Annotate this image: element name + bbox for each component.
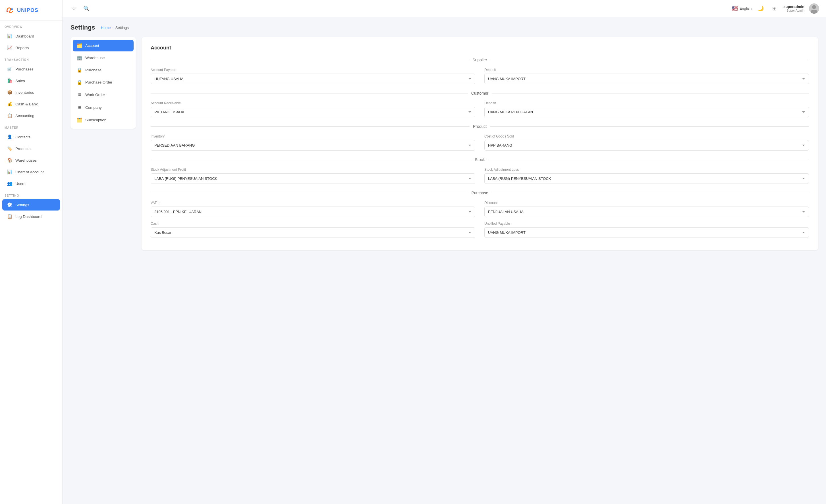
- sidebar-item-purchases[interactable]: 🛒 Purchases: [2, 63, 60, 75]
- section-label-overview: OVERVIEW: [0, 21, 62, 30]
- sidebar-item-label: Products: [15, 146, 31, 151]
- settings-nav-warehouse[interactable]: 🏢 Warehouse: [73, 52, 134, 64]
- sidebar-item-chart-of-account[interactable]: 📊 Chart of Account: [2, 166, 60, 178]
- account-payable-select[interactable]: HUTANG USAHA: [151, 74, 475, 84]
- sidebar-item-reports[interactable]: 📈 Reports: [2, 42, 60, 53]
- theme-toggle-button[interactable]: 🌙: [756, 4, 765, 13]
- log-dashboard-icon: 📋: [7, 214, 12, 219]
- sidebar-item-sales[interactable]: 🛍️ Sales: [2, 75, 60, 86]
- topbar: ☆ 🔍 🇺🇸 English 🌙 ⊞ superadmin Super Admi…: [63, 0, 826, 17]
- discount-label: Discount: [484, 201, 809, 205]
- page-content: Settings Home › Settings 🗂️ Account 🏢 Wa…: [63, 17, 826, 504]
- settings-nav: 🗂️ Account 🏢 Warehouse 🔒 Purchase 🔒 Purc…: [70, 37, 136, 129]
- sidebar-item-warehouses[interactable]: 🏠 Warehouses: [2, 154, 60, 166]
- sidebar-item-dashboard[interactable]: 📊 Dashboard: [2, 30, 60, 42]
- warehouse-nav-label: Warehouse: [85, 56, 105, 60]
- svg-point-1: [7, 10, 8, 12]
- divider-line-left-4: [151, 160, 472, 160]
- user-info: superadmin Super Admin: [783, 5, 805, 12]
- avatar[interactable]: [809, 3, 819, 14]
- products-icon: 🏷️: [7, 146, 12, 151]
- sidebar-item-contacts[interactable]: 👤 Contacts: [2, 131, 60, 143]
- divider-line-left-2: [151, 93, 468, 93]
- divider-line-right: [490, 60, 809, 60]
- supplier-deposit-select[interactable]: UANG MUKA IMPORT: [484, 74, 809, 84]
- search-button[interactable]: 🔍: [82, 4, 91, 13]
- supplier-deposit-label: Deposit: [484, 68, 809, 72]
- settings-nav-company[interactable]: ≡ Company: [73, 102, 134, 114]
- supplier-label: Supplier: [472, 58, 487, 62]
- accounting-icon: 📋: [7, 113, 12, 119]
- supplier-divider: Supplier: [151, 58, 809, 62]
- settings-nav-purchase-order[interactable]: 🔒 Purchase Order: [73, 76, 134, 88]
- stock-adj-profit-select[interactable]: LABA (RUGI) PENYESUAIAN STOCK: [151, 173, 475, 184]
- stock-label: Stock: [475, 158, 485, 162]
- language-button[interactable]: 🇺🇸 English: [731, 5, 752, 12]
- sidebar-item-cash-bank[interactable]: 💰 Cash & Bank: [2, 98, 60, 110]
- sidebar-item-label: Warehouses: [15, 158, 37, 163]
- cash-label: Cash: [151, 222, 475, 226]
- sidebar-item-label: Log Dashboard: [15, 214, 42, 219]
- account-nav-label: Account: [85, 44, 99, 48]
- unbilled-payable-label: Unbilled Payable: [484, 222, 809, 226]
- settings-icon: ⚙️: [7, 202, 12, 208]
- customer-deposit-group: Deposit UANG MUKA PENJUALAN: [484, 101, 809, 117]
- account-section-title: Account: [151, 45, 809, 51]
- layout-button[interactable]: ⊞: [770, 4, 779, 13]
- account-receivable-select[interactable]: PIUTANG USAHA: [151, 107, 475, 117]
- sidebar-item-log-dashboard[interactable]: 📋 Log Dashboard: [2, 211, 60, 222]
- product-form-row: Inventory PERSEDIAAN BARANG Cost of Good…: [151, 134, 809, 150]
- sidebar-item-label: Settings: [15, 203, 29, 207]
- warehouse-nav-icon: 🏢: [77, 55, 82, 61]
- inventory-label: Inventory: [151, 134, 475, 138]
- account-nav-icon: 🗂️: [77, 43, 82, 48]
- customer-divider: Customer: [151, 91, 809, 96]
- stock-adj-loss-select[interactable]: LABA (RUGI) PENYESUAIAN STOCK: [484, 173, 809, 184]
- star-button[interactable]: ☆: [69, 4, 78, 13]
- user-name: superadmin: [783, 5, 805, 9]
- flag-icon: 🇺🇸: [731, 5, 738, 12]
- sidebar-item-label: Dashboard: [15, 34, 34, 38]
- company-nav-icon: ≡: [77, 105, 82, 111]
- contacts-icon: 👤: [7, 134, 12, 140]
- subscription-nav-label: Subscription: [85, 118, 106, 122]
- work-order-nav-icon: ≡: [77, 92, 82, 98]
- section-label-transaction: TRANSACTION: [0, 54, 62, 63]
- svg-point-2: [11, 8, 13, 10]
- sidebar-item-products[interactable]: 🏷️ Products: [2, 143, 60, 154]
- account-payable-group: Account Payable HUTANG USAHA: [151, 68, 475, 84]
- divider-line-left-5: [151, 193, 468, 193]
- inventory-select[interactable]: PERSEDIAAN BARANG: [151, 140, 475, 150]
- svg-point-0: [5, 5, 15, 15]
- settings-nav-account[interactable]: 🗂️ Account: [73, 40, 134, 51]
- discount-group: Discount PENJUALAN USAHA: [484, 201, 809, 217]
- cogs-select[interactable]: HPP BARANG: [484, 140, 809, 150]
- discount-select[interactable]: PENJUALAN USAHA: [484, 206, 809, 217]
- dashboard-icon: 📊: [7, 33, 12, 39]
- vat-in-select[interactable]: 2105.001 - PPN KELUARAN: [151, 206, 475, 217]
- purchase-divider: Purchase: [151, 191, 809, 195]
- breadcrumb-home[interactable]: Home: [101, 25, 111, 30]
- sidebar-item-settings[interactable]: ⚙️ Settings: [2, 199, 60, 210]
- sidebar-item-inventories[interactable]: 📦 Inventories: [2, 87, 60, 98]
- cash-select[interactable]: Kas Besar: [151, 227, 475, 238]
- divider-line-right-3: [490, 126, 809, 127]
- sidebar-item-label: Accounting: [15, 114, 35, 118]
- page-header: Settings Home › Settings: [70, 24, 818, 31]
- unbilled-payable-select[interactable]: UANG MUKA IMPORT: [484, 227, 809, 238]
- topbar-left: ☆ 🔍: [69, 4, 91, 13]
- purchase-form-row-1: VAT In 2105.001 - PPN KELUARAN Discount …: [151, 201, 809, 217]
- sidebar-item-users[interactable]: 👥 Users: [2, 178, 60, 189]
- page-title: Settings: [70, 24, 95, 31]
- sidebar-item-label: Reports: [15, 46, 29, 50]
- sidebar-item-accounting[interactable]: 📋 Accounting: [2, 110, 60, 121]
- sidebar-item-label: Inventories: [15, 90, 34, 94]
- settings-nav-work-order[interactable]: ≡ Work Order: [73, 89, 134, 101]
- stock-adj-profit-group: Stock Adjustment Profit LABA (RUGI) PENY…: [151, 168, 475, 184]
- sales-icon: 🛍️: [7, 78, 12, 83]
- settings-nav-purchase[interactable]: 🔒 Purchase: [73, 64, 134, 76]
- sidebar-item-label: Cash & Bank: [15, 102, 38, 106]
- settings-nav-subscription[interactable]: 🗂️ Subscription: [73, 114, 134, 126]
- purchase-section-label: Purchase: [471, 191, 488, 195]
- customer-deposit-select[interactable]: UANG MUKA PENJUALAN: [484, 107, 809, 117]
